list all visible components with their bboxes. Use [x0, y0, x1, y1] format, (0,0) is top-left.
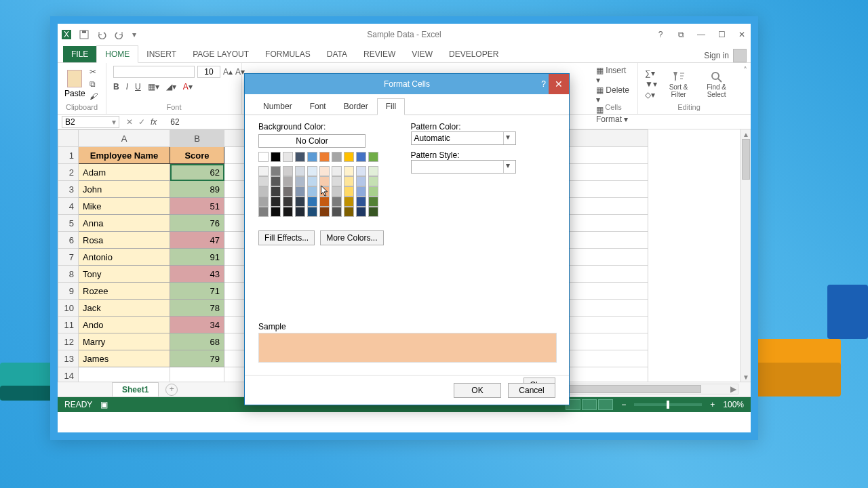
color-swatch[interactable] — [332, 197, 342, 207]
color-swatch[interactable] — [295, 176, 305, 186]
color-swatch[interactable] — [356, 186, 366, 197]
color-swatch[interactable] — [258, 152, 269, 162]
color-swatch[interactable] — [344, 197, 354, 207]
scroll-up-icon[interactable]: ▲ — [743, 131, 749, 138]
dialog-tab-font[interactable]: Font — [301, 98, 335, 115]
pattern-style-select[interactable]: ▾ — [411, 160, 516, 174]
color-swatch[interactable] — [332, 152, 342, 162]
vertical-scrollbar[interactable]: ▲ ▼ — [740, 129, 751, 382]
sheet-tab-sheet1[interactable]: Sheet1 — [112, 382, 159, 396]
color-swatch[interactable] — [356, 197, 366, 207]
cancel-formula-icon[interactable]: ✕ — [126, 117, 133, 127]
color-swatch[interactable] — [368, 197, 378, 207]
color-swatch[interactable] — [319, 207, 330, 217]
enter-formula-icon[interactable]: ✓ — [138, 117, 145, 127]
color-swatch[interactable] — [271, 152, 281, 162]
fill-effects-button[interactable]: Fill Effects... — [258, 230, 315, 245]
pattern-color-select[interactable]: Automatic▾ — [411, 131, 516, 145]
view-page-layout-button[interactable] — [582, 399, 597, 410]
paste-button[interactable]: Paste — [64, 70, 85, 98]
insert-function-icon[interactable]: fx — [151, 117, 157, 127]
font-size-select[interactable]: 10 — [197, 66, 220, 78]
color-swatch[interactable] — [368, 166, 378, 176]
color-swatch[interactable] — [356, 176, 366, 186]
color-swatch[interactable] — [307, 186, 317, 197]
color-swatch[interactable] — [283, 197, 293, 207]
formula-value[interactable]: 62 — [170, 117, 179, 127]
underline-button[interactable]: U — [135, 82, 141, 92]
color-swatch[interactable] — [307, 176, 317, 186]
color-swatch[interactable] — [258, 197, 269, 207]
color-swatch[interactable] — [344, 186, 354, 197]
scroll-down-icon[interactable]: ▼ — [743, 373, 749, 380]
color-swatch[interactable] — [258, 207, 269, 217]
cut-icon[interactable]: ✂ — [90, 67, 98, 77]
scroll-right-icon[interactable]: ▶ — [728, 384, 738, 394]
color-swatch[interactable] — [307, 207, 317, 217]
dialog-title-bar[interactable]: Format Cells ? ✕ — [245, 74, 569, 94]
tab-insert[interactable]: INSERT — [138, 46, 184, 62]
font-color-button[interactable]: A▾ — [183, 82, 193, 92]
tab-file[interactable]: FILE — [63, 46, 96, 62]
color-swatch[interactable] — [344, 207, 354, 217]
color-swatch[interactable] — [307, 166, 317, 176]
color-swatch[interactable] — [356, 166, 366, 176]
format-painter-icon[interactable]: 🖌 — [90, 92, 98, 101]
color-swatch[interactable] — [258, 176, 269, 186]
bold-button[interactable]: B — [113, 82, 119, 92]
color-swatch[interactable] — [283, 166, 293, 176]
undo-icon[interactable] — [97, 30, 106, 39]
no-color-button[interactable]: No Color — [258, 134, 366, 148]
minimize-icon[interactable]: — — [696, 30, 706, 39]
copy-icon[interactable]: ⧉ — [90, 79, 98, 89]
color-swatch[interactable] — [344, 176, 354, 186]
color-swatch[interactable] — [295, 166, 305, 176]
clear-icon[interactable]: ◇▾ — [645, 90, 657, 100]
sort-filter-button[interactable]: Sort & Filter — [664, 70, 693, 98]
tab-data[interactable]: DATA — [319, 46, 355, 62]
color-swatch[interactable] — [344, 166, 354, 176]
zoom-out-icon[interactable]: − — [621, 400, 626, 409]
color-swatch[interactable] — [332, 207, 342, 217]
font-name-select[interactable] — [113, 66, 195, 78]
color-swatch[interactable] — [271, 166, 281, 176]
color-swatch[interactable] — [332, 166, 342, 176]
find-select-button[interactable]: Find & Select — [700, 70, 733, 98]
sign-in[interactable]: Sign in — [704, 49, 751, 62]
color-swatch[interactable] — [295, 152, 305, 162]
tab-formulas[interactable]: FORMULAS — [257, 46, 319, 62]
color-swatch[interactable] — [319, 197, 330, 207]
color-swatch[interactable] — [271, 186, 281, 197]
help-icon[interactable]: ? — [656, 30, 665, 39]
color-swatch[interactable] — [283, 152, 293, 162]
dialog-help-icon[interactable]: ? — [541, 79, 546, 89]
tab-view[interactable]: VIEW — [403, 46, 441, 62]
color-swatch[interactable] — [295, 207, 305, 217]
color-swatch[interactable] — [332, 176, 342, 186]
more-colors-button[interactable]: More Colors... — [320, 230, 383, 245]
color-swatch[interactable] — [271, 207, 281, 217]
collapse-ribbon-icon[interactable]: ˄ — [740, 63, 751, 114]
italic-button[interactable]: I — [126, 82, 128, 92]
increase-font-icon[interactable]: A▴ — [223, 67, 233, 77]
new-sheet-button[interactable]: + — [165, 384, 178, 396]
zoom-level[interactable]: 100% — [723, 400, 744, 409]
dialog-tab-fill[interactable]: Fill — [377, 98, 405, 115]
color-swatch[interactable] — [356, 152, 366, 162]
redo-icon[interactable] — [115, 30, 124, 39]
color-swatch[interactable] — [283, 176, 293, 186]
color-swatch[interactable] — [332, 186, 342, 197]
ok-button[interactable]: OK — [454, 383, 501, 398]
color-swatch[interactable] — [368, 152, 378, 162]
border-button[interactable]: ▦▾ — [148, 82, 159, 92]
color-swatch[interactable] — [258, 166, 269, 176]
color-swatch[interactable] — [368, 207, 378, 217]
view-page-break-button[interactable] — [598, 399, 613, 410]
insert-cells-button[interactable]: ▦ Insert ▾ — [596, 66, 631, 85]
tab-home[interactable]: HOME — [96, 45, 138, 63]
color-swatch[interactable] — [319, 166, 330, 176]
dialog-tab-number[interactable]: Number — [254, 98, 301, 115]
cancel-button[interactable]: Cancel — [508, 383, 555, 398]
close-icon[interactable]: ✕ — [737, 30, 747, 39]
scroll-thumb[interactable] — [742, 139, 750, 180]
